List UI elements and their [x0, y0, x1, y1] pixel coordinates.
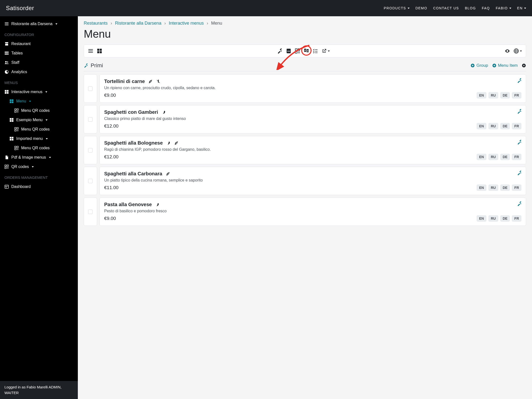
section-title: Primi — [91, 62, 103, 69]
sidebar-item-staff[interactable]: Staff — [0, 58, 78, 67]
sidebar-item-tables[interactable]: Tables — [0, 49, 78, 58]
lang-badge[interactable]: EN — [477, 215, 486, 222]
external-dropdown[interactable] — [321, 48, 330, 54]
item-tools-icon[interactable] — [517, 170, 522, 175]
menu-item-card[interactable]: Pasta alla GenovesePesto di basilico e p… — [100, 198, 526, 226]
sidebar-item-dashboard[interactable]: Dashboard — [0, 182, 78, 191]
lang-badge[interactable]: DE — [500, 92, 510, 99]
lang-badge[interactable]: EN — [477, 92, 486, 99]
tools-icon[interactable] — [84, 63, 88, 68]
nav-demo[interactable]: DEMO — [416, 6, 427, 10]
grid-icon — [9, 136, 14, 141]
lang-badge[interactable]: DE — [500, 184, 510, 191]
collapse-icon[interactable] — [522, 63, 526, 68]
item-checkbox[interactable] — [88, 117, 93, 122]
lang-badge[interactable]: RU — [488, 215, 498, 222]
sidebar-item-qr-codes[interactable]: QR codes — [0, 162, 78, 171]
lang-badge[interactable]: RU — [488, 123, 498, 129]
item-tools-icon[interactable] — [517, 140, 522, 145]
lang-badge[interactable]: RU — [488, 92, 498, 99]
nav-products[interactable]: PRODUCTS — [384, 6, 410, 10]
menu-item-card[interactable]: Spaghetti alla BologneseRagù di chianina… — [100, 136, 526, 164]
add-menu-item-button[interactable]: Menu Item — [492, 63, 518, 68]
lang-badge[interactable]: EN — [477, 123, 486, 129]
grid-icon — [4, 90, 9, 94]
menu-item-card[interactable]: Tortellini di carneUn ripieno con carne,… — [100, 74, 526, 103]
add-group-button[interactable]: Group — [470, 63, 488, 68]
sidebar-item-pdf-image[interactable]: Pdf & Image menus — [0, 153, 78, 162]
checklist-icon[interactable] — [313, 48, 318, 54]
lang-badges: ENRUDEFR — [477, 215, 521, 222]
drag-handle[interactable] — [84, 167, 97, 195]
sidebar-item-restaurant[interactable]: Restaurant — [0, 39, 78, 49]
lang-badge[interactable]: FR — [512, 92, 521, 99]
sidebar-item-esempio-menu[interactable]: Esempio Menu — [0, 115, 78, 125]
sidebar-item-menu[interactable]: Menu — [0, 97, 78, 106]
breadcrumb-interactive-menus[interactable]: Interactive menus — [169, 21, 204, 26]
lang-badge[interactable]: EN — [477, 184, 486, 191]
item-checkbox[interactable] — [88, 210, 93, 214]
logo[interactable]: Satisorder — [6, 5, 34, 12]
item-checkbox[interactable] — [88, 86, 93, 91]
chevron-down-icon — [408, 8, 410, 9]
qr-icon[interactable] — [295, 48, 300, 54]
csv-icon[interactable] — [286, 48, 291, 54]
menu-item-card[interactable]: Spaghetti alla CarbonaraUn piatto tipico… — [100, 167, 526, 195]
nav-lang[interactable]: EN — [517, 6, 526, 10]
store-icon — [4, 42, 9, 46]
globe-dropdown[interactable] — [514, 48, 522, 54]
breadcrumb-restaurant[interactable]: Ristorante alla Darsena — [115, 21, 161, 26]
item-tools-icon[interactable] — [517, 201, 522, 206]
lang-badge[interactable]: FR — [512, 215, 521, 222]
lang-badge[interactable]: FR — [512, 154, 521, 160]
hamburger-icon — [4, 22, 9, 26]
sidebar: Ristorante alla Darsena CONFIGURATOR Res… — [0, 16, 78, 399]
item-price: €11.00 — [104, 185, 118, 190]
sidebar-item-menu-qr-2[interactable]: Menu QR codes — [0, 125, 78, 134]
sidebar-item-menu-qr-3[interactable]: Menu QR codes — [0, 143, 78, 153]
nav-blog[interactable]: BLOG — [465, 6, 476, 10]
item-checkbox[interactable] — [88, 148, 93, 152]
item-title: Pasta alla Genovese — [104, 202, 152, 207]
tools-icon[interactable] — [277, 48, 283, 54]
breadcrumb-restaurants[interactable]: Restaurants — [84, 21, 108, 26]
grid-icon — [9, 118, 14, 122]
qr-icon — [14, 108, 19, 113]
menu-list: Tortellini di carneUn ripieno con carne,… — [84, 74, 526, 226]
drag-handle[interactable] — [84, 198, 97, 226]
item-tools-icon[interactable] — [517, 109, 522, 114]
lang-badge[interactable]: RU — [488, 154, 498, 160]
drag-handle[interactable] — [84, 105, 97, 133]
sidebar-item-interactive-menus[interactable]: Interactive menus — [0, 87, 78, 97]
sidebar-item-imported-menu[interactable]: Imported menu — [0, 134, 78, 143]
lang-badge[interactable]: DE — [500, 123, 510, 129]
lang-badge[interactable]: EN — [477, 154, 486, 160]
list-view-icon[interactable] — [88, 48, 93, 54]
item-checkbox[interactable] — [88, 179, 93, 183]
chevron-down-icon — [32, 166, 34, 167]
sidebar-item-menu-qr-1[interactable]: Menu QR codes — [0, 106, 78, 115]
item-tools-icon[interactable] — [517, 78, 522, 83]
item-title: Tortellini di carne — [104, 79, 145, 84]
restaurant-selector[interactable]: Ristorante alla Darsena — [0, 19, 78, 29]
drag-handle[interactable] — [84, 74, 97, 103]
pepper-icon — [162, 110, 166, 115]
lang-badges: ENRUDEFR — [477, 92, 521, 99]
menu-item-card[interactable]: Spaghetti con GamberiClassico primo piat… — [100, 105, 526, 133]
grid-view-icon[interactable] — [97, 48, 102, 54]
menu-item-row: Pasta alla GenovesePesto di basilico e p… — [84, 198, 526, 226]
nav-user[interactable]: FABIO — [496, 6, 511, 10]
nav-contact[interactable]: CONTACT US — [433, 6, 459, 10]
lang-badge[interactable]: DE — [500, 154, 510, 160]
lang-badge[interactable]: FR — [512, 123, 521, 129]
lang-badge[interactable]: RU — [488, 184, 498, 191]
sidebar-item-analytics[interactable]: Analytics — [0, 67, 78, 77]
drag-handle[interactable] — [84, 136, 97, 164]
nav-faq[interactable]: FAQ — [482, 6, 490, 10]
lang-badge[interactable]: FR — [512, 184, 521, 191]
breadcrumb-current: Menu — [211, 21, 222, 26]
lang-badges: ENRUDEFR — [477, 123, 521, 129]
eye-icon[interactable] — [505, 48, 510, 54]
translate-button-highlighted[interactable] — [304, 48, 309, 54]
lang-badge[interactable]: DE — [500, 215, 510, 222]
